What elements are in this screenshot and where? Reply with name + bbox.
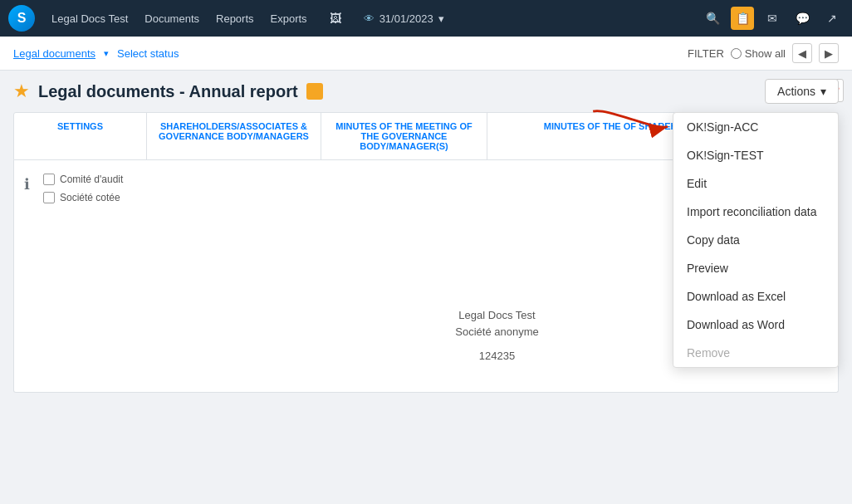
nav-prev-arrow[interactable]: ◀ (792, 43, 812, 63)
content-area: 📌 ★ Legal documents - Annual report Acti… (0, 71, 852, 401)
nav-documents[interactable]: Documents (144, 12, 199, 25)
nav-legal-docs-test[interactable]: Legal Docs Test (51, 12, 128, 25)
filter-section: FILTER Show all ◀ ▶ (688, 43, 839, 63)
image-icon[interactable]: 🖼 (324, 7, 347, 30)
col-header-settings: SETTINGS (14, 113, 147, 159)
breadcrumb-status[interactable]: Select status (117, 47, 179, 60)
checkbox-societe-label: Société cotée (60, 192, 120, 203)
nav-exports[interactable]: Exports (271, 12, 307, 25)
actions-dropdown-menu: OK!Sign-ACC OK!Sign-TEST Edit Import rec… (673, 112, 839, 368)
title-badge (306, 83, 323, 100)
checkbox-comite-input[interactable] (43, 174, 55, 185)
page-title-row: ★ Legal documents - Annual report (13, 81, 323, 102)
nav-reports[interactable]: Reports (216, 12, 254, 25)
actions-container: Actions ▾ OK!Sign-ACC OK!Sign-TEST Edit … (765, 79, 839, 104)
page-title: Legal documents - Annual report (38, 82, 298, 101)
logout-icon[interactable]: ↗ (820, 7, 844, 30)
dropdown-item-download-excel[interactable]: Download as Excel (673, 282, 838, 311)
checkbox-societe-input[interactable] (43, 192, 55, 203)
search-icon[interactable]: 🔍 (701, 7, 724, 30)
checkbox-comite: Comité d'audit (43, 174, 166, 185)
dropdown-item-import[interactable]: Import reconciliation data (673, 198, 838, 226)
breadcrumb-dropdown-arrow[interactable]: ▾ (104, 48, 109, 59)
actions-button[interactable]: Actions ▾ (765, 79, 839, 104)
dropdown-item-preview[interactable]: Preview (673, 254, 838, 282)
dropdown-item-edit[interactable]: Edit (673, 169, 838, 198)
logo[interactable]: S (8, 5, 35, 32)
dropdown-item-oksign-test[interactable]: OK!Sign-TEST (673, 141, 838, 169)
company-id: 124235 (479, 350, 515, 362)
show-all-label: Show all (745, 47, 786, 60)
settings-content: Comité d'audit Société cotée (43, 174, 166, 379)
checkbox-comite-label: Comité d'audit (60, 174, 123, 185)
alert-icon[interactable]: 📋 (731, 7, 754, 30)
filter-radio[interactable]: Show all (731, 47, 786, 60)
filter-radio-input[interactable] (731, 48, 742, 59)
info-icon: ℹ (24, 175, 30, 379)
eye-icon: 👁 (364, 12, 375, 25)
topnav-icons: 🔍 📋 ✉ 💬 ↗ (701, 7, 844, 30)
dropdown-item-oksign-acc[interactable]: OK!Sign-ACC (673, 113, 838, 141)
mail-icon[interactable]: ✉ (761, 7, 784, 30)
company-name: Legal Docs Test Société anonyme (455, 307, 538, 340)
date-display: 👁 31/01/2023 ▾ (364, 12, 444, 25)
page-header: ★ Legal documents - Annual report Action… (13, 79, 839, 104)
filter-label: FILTER (688, 47, 724, 60)
dropdown-item-remove: Remove (673, 339, 838, 367)
col-header-shareholders: SHAREHOLDERS/ASSOCIATES & GOVERNANCE BOD… (147, 113, 321, 159)
chat-icon[interactable]: 💬 (791, 7, 814, 30)
breadcrumb-bar: Legal documents ▾ Select status FILTER S… (0, 37, 852, 71)
checkbox-societe: Société cotée (43, 192, 166, 203)
col-header-minutes-gov: MINUTES OF THE MEETING OF THE GOVERNANCE… (321, 113, 487, 159)
dropdown-item-copy[interactable]: Copy data (673, 226, 838, 254)
dropdown-item-download-word[interactable]: Download as Word (673, 311, 838, 339)
nav-next-arrow[interactable]: ▶ (819, 43, 839, 63)
top-navigation: S Legal Docs Test Documents Reports Expo… (0, 0, 852, 37)
star-icon: ★ (13, 81, 30, 102)
breadcrumb-legal-docs-link[interactable]: Legal documents (13, 47, 95, 60)
